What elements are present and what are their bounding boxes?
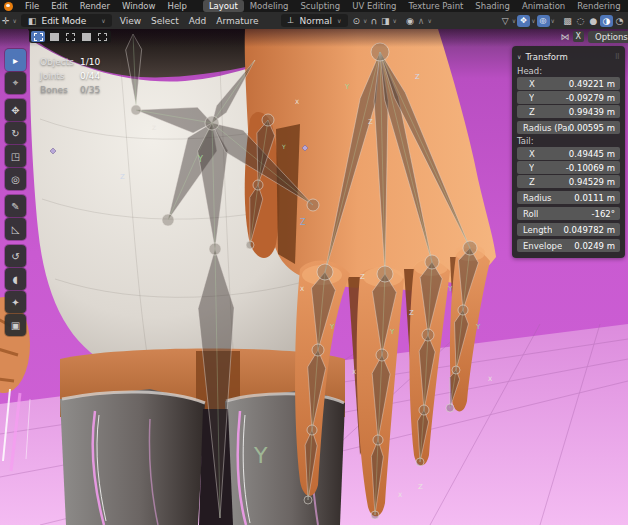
mode-dropdown[interactable]: ◧ Edit Mode ∨ — [21, 14, 112, 27]
select-mode-intersect[interactable] — [95, 31, 109, 42]
menu-select[interactable]: Select — [146, 16, 184, 26]
select-mode-subtract[interactable] — [63, 31, 77, 42]
workspace-tabs: Layout Modeling Sculpting UV Editing Tex… — [203, 0, 628, 12]
select-mode-set[interactable] — [31, 31, 45, 42]
orientation-icon: ⟂ — [286, 15, 296, 26]
head-z-field[interactable]: Z 0.99439 m — [517, 105, 620, 118]
menu-armature[interactable]: Armature — [211, 16, 263, 26]
stat-bones: Bones 0/35 — [40, 83, 100, 97]
tab-uv-editing[interactable]: UV Editing — [346, 0, 402, 12]
radius-parent-field[interactable]: Radius (Parent 0.00595 m — [517, 121, 620, 134]
viewport-header-right: ⋈ X Options — [561, 29, 628, 44]
tab-rendering[interactable]: Rendering — [571, 0, 626, 12]
roll-field[interactable]: Roll -162° — [517, 207, 620, 220]
orientation-dropdown[interactable]: ⟂ Normal ∨ — [281, 14, 348, 27]
tab-sculpting[interactable]: Sculpting — [294, 0, 346, 12]
blender-window: { "menubar": { "menus": [{"label":"File"… — [0, 0, 628, 525]
tab-texture-paint[interactable]: Texture Paint — [403, 0, 470, 12]
overlays-toggle-icon[interactable]: ◎ — [537, 15, 550, 27]
shading-material-preview-icon[interactable]: ◑ — [600, 15, 613, 27]
panel-drag-handle[interactable]: ⠿ — [615, 53, 620, 61]
menu-view[interactable]: View — [115, 16, 146, 26]
field-value: 0.049782 m — [563, 225, 615, 235]
tool-bone-envelope[interactable]: ◖ — [5, 268, 26, 290]
stat-objects: Objects 1/10 — [40, 55, 100, 69]
tail-x-field[interactable]: X 0.49445 m — [517, 147, 620, 160]
tool-annotate[interactable]: ✎ — [5, 195, 26, 217]
menu-window[interactable]: Window — [116, 0, 162, 12]
chevron-down-icon: ∨ — [426, 17, 432, 24]
select-mode-strip — [29, 30, 111, 43]
tab-modeling[interactable]: Modeling — [244, 0, 295, 12]
editor-type-chevron-icon: ∨ — [12, 17, 18, 24]
gizmo-toggle-icon[interactable]: ✥ — [517, 15, 530, 27]
svg-text:Z: Z — [360, 273, 365, 281]
svg-text:X: X — [352, 368, 356, 375]
select-mode-extend[interactable] — [47, 31, 61, 42]
field-label: Envelope — [523, 241, 562, 251]
tool-transform[interactable]: ◎ — [5, 168, 26, 190]
editor-type-icon[interactable]: ✛ — [0, 16, 12, 26]
pivot-point-icon[interactable]: ⊙ — [351, 16, 363, 26]
svg-text:Z: Z — [152, 124, 156, 131]
svg-text:X: X — [488, 375, 492, 382]
tab-animation[interactable]: Animation — [516, 0, 571, 12]
svg-text:Z: Z — [409, 309, 414, 317]
viewport-header: ✛ ∨ ◧ Edit Mode ∨ View Select Add Armatu… — [0, 12, 628, 29]
field-value: 0.94529 m — [569, 177, 615, 187]
tool-roll[interactable]: ↺ — [5, 245, 26, 267]
svg-text:Y: Y — [447, 285, 453, 293]
mirror-icon[interactable]: ⋈ — [561, 32, 570, 42]
shading-solid-icon[interactable]: ● — [587, 15, 600, 27]
tab-shading[interactable]: Shading — [469, 0, 516, 12]
tool-measure[interactable]: ◺ — [5, 218, 26, 240]
tool-move[interactable]: ✥ — [5, 99, 26, 121]
menu-file[interactable]: File — [19, 0, 45, 12]
select-mode-invert[interactable] — [79, 31, 93, 42]
svg-text:Y: Y — [329, 323, 335, 331]
tab-layout[interactable]: Layout — [203, 0, 244, 12]
tool-cursor[interactable]: ⌖ — [5, 72, 26, 94]
tool-scale[interactable]: ◳ — [5, 145, 26, 167]
svg-text:Z: Z — [368, 118, 373, 126]
menu-add[interactable]: Add — [184, 16, 211, 26]
snap-magnet-icon[interactable]: ∩ — [368, 16, 379, 26]
panel-title-row[interactable]: ∨ Transform ⠿ — [517, 49, 620, 64]
tail-z-field[interactable]: Z 0.94529 m — [517, 175, 620, 188]
snap-target-icon[interactable]: ◨ — [379, 16, 392, 26]
mirror-x-toggle[interactable]: X — [573, 31, 584, 42]
proportional-editing-icon[interactable]: ◉ — [404, 16, 416, 26]
radius-field[interactable]: Radius 0.0111 m — [517, 191, 620, 204]
menu-help[interactable]: Help — [161, 0, 192, 12]
shading-wireframe-icon[interactable]: ◌ — [574, 15, 587, 27]
menu-edit[interactable]: Edit — [45, 0, 73, 12]
svg-text:X: X — [300, 285, 304, 292]
tail-section-label: Tail: — [517, 135, 620, 147]
stats-overlay: Objects 1/10 Joints 0/44 Bones 0/35 — [40, 55, 100, 97]
options-button[interactable]: Options — [588, 31, 628, 43]
blender-logo-icon[interactable] — [4, 2, 13, 11]
svg-text:Y: Y — [253, 443, 268, 468]
svg-text:X: X — [295, 98, 299, 105]
menu-render[interactable]: Render — [74, 0, 116, 12]
envelope-field[interactable]: Envelope 0.0249 m — [517, 239, 620, 252]
falloff-icon[interactable]: ∧ — [416, 16, 427, 26]
tool-extrude[interactable]: ▣ — [5, 314, 26, 336]
head-y-field[interactable]: Y -0.09279 m — [517, 91, 620, 104]
chevron-down-icon: ∨ — [392, 17, 398, 24]
xray-toggle-icon[interactable]: ▩ — [561, 15, 574, 27]
filter-visibility-icon[interactable]: ▽ — [500, 16, 511, 26]
svg-text:Y: Y — [475, 323, 481, 331]
length-field[interactable]: Length 0.049782 m — [517, 223, 620, 236]
tail-y-field[interactable]: Y -0.10069 m — [517, 161, 620, 174]
head-x-field[interactable]: X 0.49221 m — [517, 77, 620, 90]
shading-rendered-icon[interactable]: ◔ — [613, 15, 626, 27]
tool-select-box[interactable]: ▸ — [5, 49, 26, 71]
tool-bone-size[interactable]: ✦ — [5, 291, 26, 313]
field-label: Length — [523, 225, 552, 235]
stat-joints: Joints 0/44 — [40, 69, 100, 83]
orientation-label: Normal — [300, 16, 333, 26]
3d-viewport[interactable]: ZYXZYXYYXZZYYXZXYXYZZZ ⋈ X Options Objec… — [0, 29, 628, 525]
chevron-down-icon: ∨ — [530, 17, 536, 24]
tool-rotate[interactable]: ↻ — [5, 122, 26, 144]
